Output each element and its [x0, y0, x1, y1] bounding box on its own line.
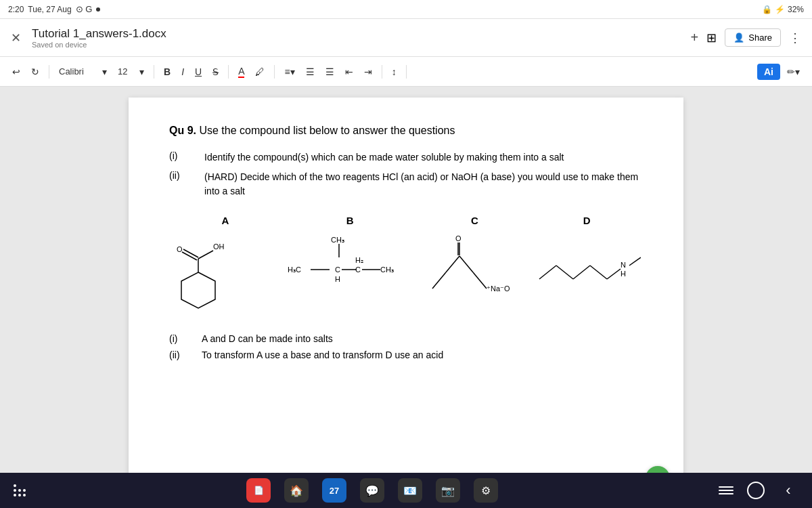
align-button[interactable]: ≡▾: [280, 64, 298, 80]
app-icon-camera[interactable]: 📷: [436, 478, 460, 503]
svg-text:OH: OH: [213, 242, 225, 251]
chemical-structures-row: A O OH B: [169, 215, 643, 320]
signal-icon: 🔒: [762, 5, 772, 14]
nav-lines-button[interactable]: [719, 486, 734, 494]
app-icon-circle[interactable]: ⚙: [474, 478, 498, 503]
structure-d-label: D: [583, 215, 591, 226]
line-spacing-button[interactable]: ↕: [388, 64, 401, 80]
svg-text:C: C: [355, 266, 361, 274]
structure-d: D N H: [531, 215, 643, 320]
ai-button[interactable]: Ai: [757, 64, 780, 80]
nav-center: 📄 🏠 27 💬 📧 📷 ⚙: [246, 478, 498, 503]
nav-left: [14, 484, 26, 496]
structure-b-svg: CH₃ H₃C C H H₂ C: [282, 232, 418, 320]
svg-text:H: H: [621, 270, 626, 278]
share-button[interactable]: 👤 Share: [725, 28, 781, 47]
indent-decrease-button[interactable]: ⇤: [341, 64, 357, 80]
svg-line-30: [607, 269, 621, 279]
battery-display: 32%: [788, 5, 804, 14]
structure-b: B CH₃ H₃C C H H₂: [281, 215, 419, 320]
strikethrough-button[interactable]: S̶: [208, 64, 223, 80]
answer-label-ii: (ii): [169, 350, 194, 360]
structure-b-label: B: [346, 215, 354, 226]
underline-button[interactable]: U: [191, 64, 206, 80]
qu-intro-text: Use the compound list below to answer th…: [199, 125, 455, 136]
font-color-button[interactable]: A: [234, 63, 248, 81]
sub-question-ii: (ii) (HARD) Decide which of the two reag…: [169, 170, 643, 198]
dot-indicator: [96, 7, 100, 12]
nav-circle-button[interactable]: [747, 482, 765, 499]
answer-text-ii: To transform A use a base and to transfo…: [202, 350, 443, 360]
redo-button[interactable]: ↻: [27, 64, 43, 80]
svg-line-29: [590, 266, 607, 279]
app-icon-docs[interactable]: 📄: [246, 478, 271, 503]
edit-button[interactable]: ✏▾: [783, 64, 804, 80]
doc-title-area: Tutorial 1_answers-1.docx Saved on devic…: [32, 27, 683, 49]
close-button[interactable]: ✕: [11, 30, 21, 45]
svg-text:N: N: [621, 261, 626, 269]
date-display: Tue, 27 Aug: [28, 5, 71, 14]
app-icon-badge[interactable]: 27: [322, 478, 346, 503]
svg-text:CH₃: CH₃: [331, 236, 344, 244]
toolbar-divider-1: [49, 65, 49, 79]
nav-right: ‹: [719, 480, 798, 501]
answer-i: (i) A and D can be made into salts: [169, 333, 643, 344]
question-heading: Qu 9. Use the compound list below to ans…: [169, 125, 643, 137]
structure-a: A O OH: [169, 215, 281, 320]
more-button[interactable]: ⋮: [789, 30, 801, 45]
undo-button[interactable]: ↩: [8, 64, 24, 80]
svg-text:H₂: H₂: [355, 256, 363, 264]
answer-label-i: (i): [169, 333, 194, 344]
app-icon-mail[interactable]: 📧: [398, 478, 422, 503]
font-size-dropdown[interactable]: ▾: [135, 64, 148, 80]
sub-question-i: (i) Identify the compound(s) which can b…: [169, 150, 643, 165]
document-title: Tutorial 1_answers-1.docx: [32, 27, 683, 41]
answer-ii: (ii) To transform A use a base and to tr…: [169, 350, 643, 360]
nav-dots-button[interactable]: [14, 484, 26, 496]
status-bar: 2:20 Tue, 27 Aug ⊙ G 🔒 ⚡ 32%: [0, 0, 812, 19]
svg-text:H: H: [335, 275, 340, 283]
question-label-i: (i): [169, 150, 194, 165]
svg-line-28: [573, 266, 590, 279]
question-text-ii: (HARD) Decide which of the two reagents …: [204, 171, 638, 196]
toolbar-divider-6: [406, 65, 407, 79]
wifi-icon: ⚡: [775, 5, 785, 14]
font-name-dropdown[interactable]: ▾: [98, 64, 111, 80]
indent-increase-button[interactable]: ⇥: [360, 64, 376, 80]
svg-text:O: O: [177, 245, 183, 253]
structure-a-svg: O OH: [171, 232, 279, 320]
toolbar: ↩ ↻ Calibri ▾ 12 ▾ B I U S̶ A 🖊 ≡▾ ☰ ☰ ⇤…: [0, 57, 812, 87]
view-button[interactable]: ⊞: [706, 30, 717, 45]
add-button[interactable]: +: [691, 30, 699, 45]
font-name-selector[interactable]: Calibri: [55, 64, 95, 79]
bullet-list-button[interactable]: ☰: [302, 64, 319, 80]
font-size-display[interactable]: 12: [114, 64, 133, 79]
svg-text:CH₃: CH₃: [380, 266, 394, 274]
structure-c-svg: O ⁺Na⁻O: [420, 232, 528, 320]
structure-a-label: A: [221, 215, 229, 226]
status-right: 🔒 ⚡ 32%: [762, 5, 804, 14]
structure-c-label: C: [471, 215, 478, 226]
numbered-list-button[interactable]: ☰: [321, 64, 338, 80]
toolbar-divider-2: [154, 65, 154, 79]
toolbar-divider-5: [382, 65, 382, 79]
question-label-ii: (ii): [169, 170, 194, 198]
bold-button[interactable]: B: [160, 64, 175, 80]
svg-text:H₃C: H₃C: [288, 266, 301, 274]
italic-button[interactable]: I: [177, 64, 188, 80]
question-text-i: Identify the compound(s) which can be ma…: [204, 150, 564, 165]
time-display: 2:20: [8, 5, 24, 14]
share-label: Share: [748, 33, 772, 43]
svg-line-23: [432, 272, 446, 289]
nav-back-button[interactable]: ‹: [778, 480, 798, 501]
svg-line-3: [198, 251, 213, 259]
app-icon-home[interactable]: 🏠: [284, 478, 309, 503]
structure-c: C O ⁺Na⁻O: [418, 215, 531, 320]
structure-d-svg: N H: [533, 232, 641, 320]
highlight-button[interactable]: 🖊: [251, 64, 269, 80]
svg-line-21: [446, 256, 459, 272]
svg-line-27: [556, 266, 573, 279]
app-icon-chat[interactable]: 💬: [360, 478, 384, 503]
scroll-fab[interactable]: ✓: [646, 466, 670, 473]
svg-text:C: C: [335, 266, 340, 274]
